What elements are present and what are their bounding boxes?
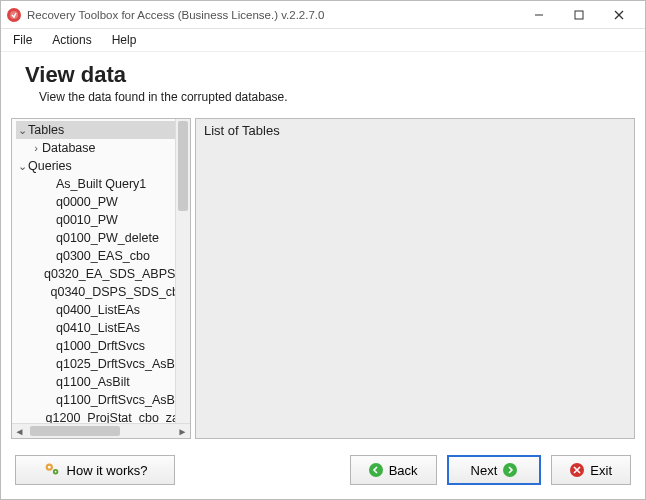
window-title: Recovery Toolbox for Access (Business Li… [27,9,519,21]
back-button[interactable]: Back [350,455,437,485]
close-icon [570,463,584,477]
tree-item[interactable]: ⌄Queries [16,157,190,175]
chevron-down-icon[interactable]: ⌄ [16,121,28,139]
horizontal-scroll-thumb[interactable] [30,426,120,436]
list-pane-header: List of Tables [204,123,280,138]
svg-point-8 [54,470,56,472]
tree-item-label: q0340_DSPS_SDS_cbo [50,283,186,301]
tree: ⌄Tables›Database⌄QueriesAs_Built Query1q… [12,119,190,423]
menubar: File Actions Help [1,29,645,52]
exit-button[interactable]: Exit [551,455,631,485]
tree-item-label: q0300_EAS_cbo [56,247,150,265]
chevron-right-icon[interactable]: › [30,139,42,157]
scroll-left-arrow[interactable]: ◄ [12,426,27,437]
next-label: Next [471,463,498,478]
tree-item-label: Tables [28,121,64,139]
tree-item[interactable]: q1200_ProjStat_cbo_zap [16,409,190,423]
tree-item-label: q0010_PW [56,211,118,229]
vertical-scroll-thumb[interactable] [178,121,188,211]
tree-item-label: q1000_DrftSvcs [56,337,145,355]
tree-item-label: Queries [28,157,72,175]
footer: How it works? Back Next Exit [1,445,645,499]
tree-item-label: q1200_ProjStat_cbo_zap [46,409,186,423]
back-label: Back [389,463,418,478]
tree-item-label: q0100_PW_delete [56,229,159,247]
scroll-right-arrow[interactable]: ► [175,426,190,437]
tree-item-label: q1025_DrftSvcs_AsBilt [56,355,184,373]
tree-item[interactable]: q1000_DrftSvcs [16,337,190,355]
how-it-works-label: How it works? [67,463,148,478]
minimize-button[interactable] [519,2,559,28]
tree-item-label: As_Built Query1 [56,175,146,193]
page-header: View data View the data found in the cor… [1,52,645,118]
menu-file[interactable]: File [11,31,34,49]
tree-item[interactable]: q0300_EAS_cbo [16,247,190,265]
horizontal-scrollbar[interactable]: ◄ ► [12,423,190,438]
next-button[interactable]: Next [447,455,542,485]
tree-item[interactable]: q0340_DSPS_SDS_cbo [16,283,190,301]
close-button[interactable] [599,2,639,28]
tree-item[interactable]: q1100_AsBilt [16,373,190,391]
maximize-button[interactable] [559,2,599,28]
menu-actions[interactable]: Actions [50,31,93,49]
list-pane: List of Tables [195,118,635,439]
tree-viewport[interactable]: ⌄Tables›Database⌄QueriesAs_Built Query1q… [12,119,190,423]
menu-help[interactable]: Help [110,31,139,49]
tree-item-label: q0410_ListEAs [56,319,140,337]
app-icon [7,8,21,22]
tree-item-label: q0000_PW [56,193,118,211]
how-it-works-button[interactable]: How it works? [15,455,175,485]
svg-point-6 [47,465,50,468]
page-subtitle: View the data found in the corrupted dat… [39,90,621,104]
tree-pane: ⌄Tables›Database⌄QueriesAs_Built Query1q… [11,118,191,439]
tree-item[interactable]: q0010_PW [16,211,190,229]
tree-item[interactable]: q0400_ListEAs [16,301,190,319]
tree-item[interactable]: As_Built Query1 [16,175,190,193]
tree-item[interactable]: ›Database [16,139,190,157]
tree-item-label: q0320_EA_SDS_ABPS_cbo [44,265,190,283]
tree-item[interactable]: q0100_PW_delete [16,229,190,247]
exit-label: Exit [590,463,612,478]
gears-icon [43,460,61,481]
chevron-down-icon[interactable]: ⌄ [16,157,28,175]
titlebar: Recovery Toolbox for Access (Business Li… [1,1,645,29]
page-title: View data [25,62,621,88]
tree-item-label: q1100_AsBilt [56,373,130,391]
content-area: ⌄Tables›Database⌄QueriesAs_Built Query1q… [1,118,645,445]
tree-item-label: Database [42,139,96,157]
tree-item[interactable]: q0000_PW [16,193,190,211]
app-window: Recovery Toolbox for Access (Business Li… [0,0,646,500]
tree-item[interactable]: q1025_DrftSvcs_AsBilt [16,355,190,373]
svg-rect-2 [575,11,583,19]
tree-item[interactable]: q1100_DrftSvcs_AsBilt [16,391,190,409]
window-controls [519,2,639,28]
tree-item-label: q1100_DrftSvcs_AsBilt [56,391,184,409]
tree-item-label: q0400_ListEAs [56,301,140,319]
tree-item[interactable]: q0410_ListEAs [16,319,190,337]
arrow-left-icon [369,463,383,477]
tree-item[interactable]: ⌄Tables [16,121,190,139]
vertical-scrollbar[interactable] [175,119,190,423]
arrow-right-icon [503,463,517,477]
tree-item[interactable]: q0320_EA_SDS_ABPS_cbo [16,265,190,283]
